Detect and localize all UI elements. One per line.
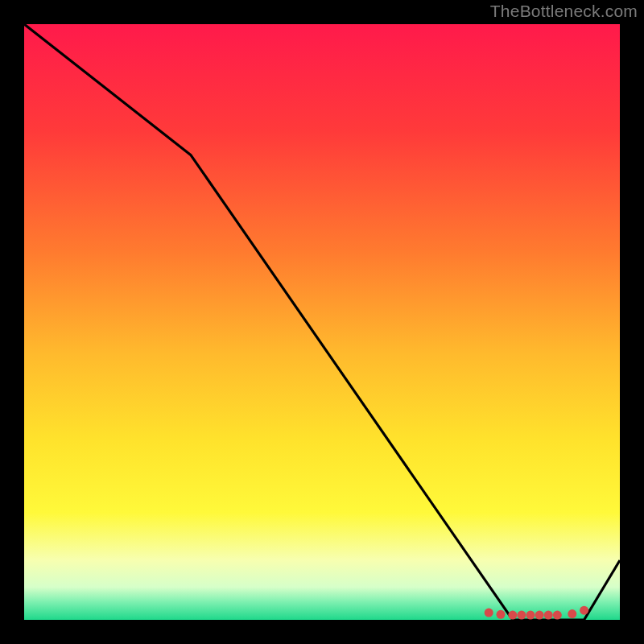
watermark-text: TheBottleneck.com bbox=[490, 2, 638, 21]
chart-frame: TheBottleneck.com bbox=[0, 0, 644, 644]
plot-background bbox=[24, 24, 620, 620]
marker-dot bbox=[497, 610, 506, 619]
marker-dot bbox=[580, 606, 588, 615]
marker-dot bbox=[568, 609, 576, 618]
marker-dot bbox=[485, 609, 493, 617]
marker-dot bbox=[553, 611, 562, 620]
marker-dot bbox=[517, 611, 526, 620]
marker-dot bbox=[526, 611, 535, 620]
chart-canvas bbox=[0, 0, 644, 644]
marker-dot bbox=[544, 611, 553, 620]
marker-dot bbox=[508, 611, 517, 620]
marker-dot bbox=[535, 611, 544, 620]
